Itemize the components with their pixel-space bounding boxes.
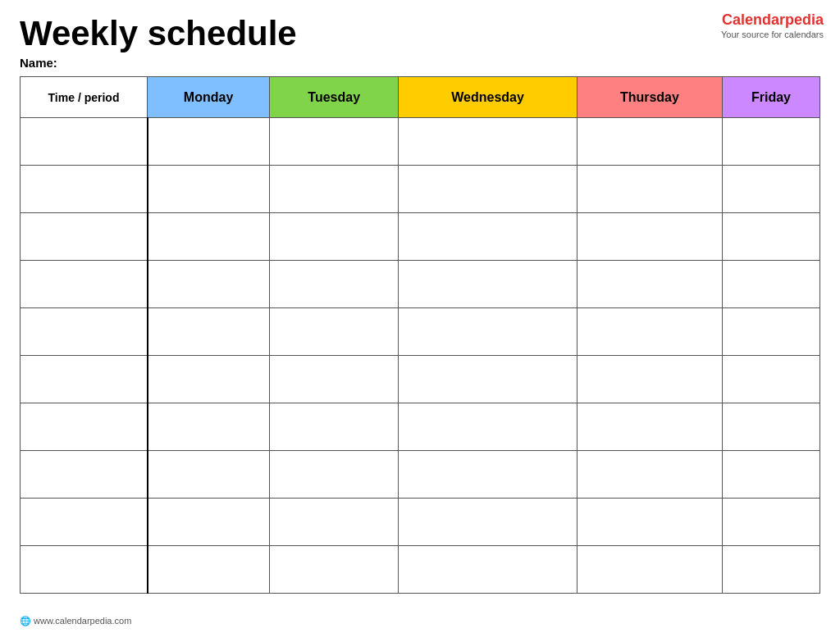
schedule-cell[interactable] bbox=[723, 308, 820, 356]
schedule-cell[interactable] bbox=[148, 356, 270, 403]
schedule-cell[interactable] bbox=[577, 403, 722, 451]
schedule-cell[interactable] bbox=[723, 356, 820, 403]
schedule-cell[interactable] bbox=[399, 499, 578, 546]
col-header-friday: Friday bbox=[723, 77, 820, 118]
schedule-cell[interactable] bbox=[723, 261, 820, 308]
schedule-cell[interactable] bbox=[399, 403, 578, 451]
schedule-cell[interactable] bbox=[148, 118, 270, 166]
time-cell[interactable] bbox=[21, 403, 148, 451]
schedule-cell[interactable] bbox=[270, 308, 399, 356]
time-cell[interactable] bbox=[21, 546, 148, 594]
schedule-cell[interactable] bbox=[270, 499, 399, 546]
footer-url: www.calendarpedia.com bbox=[34, 616, 131, 626]
col-header-time: Time / period bbox=[21, 77, 148, 118]
time-cell[interactable] bbox=[21, 118, 148, 166]
schedule-cell[interactable] bbox=[577, 261, 722, 308]
schedule-cell[interactable] bbox=[723, 166, 820, 213]
schedule-cell[interactable] bbox=[577, 308, 722, 356]
schedule-cell[interactable] bbox=[577, 451, 722, 499]
schedule-cell[interactable] bbox=[399, 546, 578, 594]
logo-area: Calendarpedia Your source for calendars bbox=[721, 11, 824, 39]
table-row bbox=[21, 499, 820, 546]
col-header-monday: Monday bbox=[148, 77, 270, 118]
schedule-cell[interactable] bbox=[723, 118, 820, 166]
schedule-cell[interactable] bbox=[148, 166, 270, 213]
time-cell[interactable] bbox=[21, 166, 148, 213]
schedule-cell[interactable] bbox=[270, 213, 399, 261]
time-cell[interactable] bbox=[21, 261, 148, 308]
time-cell[interactable] bbox=[21, 213, 148, 261]
page: Calendarpedia Your source for calendars … bbox=[0, 0, 840, 633]
schedule-cell[interactable] bbox=[723, 213, 820, 261]
schedule-cell[interactable] bbox=[270, 261, 399, 308]
table-row bbox=[21, 403, 820, 451]
logo-subtitle: Your source for calendars bbox=[721, 30, 824, 39]
schedule-cell[interactable] bbox=[577, 118, 722, 166]
schedule-cell[interactable] bbox=[148, 546, 270, 594]
schedule-cell[interactable] bbox=[270, 451, 399, 499]
name-label: Name: bbox=[20, 56, 820, 70]
schedule-cell[interactable] bbox=[577, 166, 722, 213]
schedule-cell[interactable] bbox=[723, 451, 820, 499]
logo-text: Calendarpedia bbox=[721, 11, 824, 30]
schedule-cell[interactable] bbox=[148, 213, 270, 261]
schedule-cell[interactable] bbox=[148, 403, 270, 451]
schedule-cell[interactable] bbox=[577, 213, 722, 261]
col-header-thursday: Thursday bbox=[577, 77, 722, 118]
table-header-row: Time / period Monday Tuesday Wednesday T… bbox=[21, 77, 820, 118]
header-section: Weekly schedule Name: bbox=[20, 15, 820, 70]
schedule-cell[interactable] bbox=[399, 166, 578, 213]
page-title: Weekly schedule bbox=[20, 15, 820, 52]
schedule-cell[interactable] bbox=[399, 118, 578, 166]
table-row bbox=[21, 308, 820, 356]
time-cell[interactable] bbox=[21, 308, 148, 356]
schedule-cell[interactable] bbox=[399, 213, 578, 261]
schedule-cell[interactable] bbox=[148, 451, 270, 499]
schedule-cell[interactable] bbox=[270, 166, 399, 213]
schedule-cell[interactable] bbox=[270, 546, 399, 594]
schedule-table: Time / period Monday Tuesday Wednesday T… bbox=[20, 76, 820, 594]
schedule-cell[interactable] bbox=[270, 356, 399, 403]
schedule-cell[interactable] bbox=[577, 356, 722, 403]
schedule-cell[interactable] bbox=[577, 499, 722, 546]
schedule-cell[interactable] bbox=[577, 546, 722, 594]
table-row bbox=[21, 451, 820, 499]
schedule-cell[interactable] bbox=[270, 403, 399, 451]
schedule-cell[interactable] bbox=[148, 499, 270, 546]
schedule-cell[interactable] bbox=[148, 308, 270, 356]
footer-icon: 🌐 bbox=[20, 616, 31, 626]
logo-brand-accent: pedia bbox=[785, 11, 824, 28]
schedule-cell[interactable] bbox=[399, 308, 578, 356]
table-row bbox=[21, 213, 820, 261]
time-cell[interactable] bbox=[21, 499, 148, 546]
logo-brand-main: Calendar bbox=[722, 11, 785, 28]
schedule-cell[interactable] bbox=[723, 403, 820, 451]
table-row bbox=[21, 261, 820, 308]
schedule-cell[interactable] bbox=[399, 261, 578, 308]
schedule-cell[interactable] bbox=[723, 546, 820, 594]
table-row bbox=[21, 546, 820, 594]
table-row bbox=[21, 166, 820, 213]
schedule-cell[interactable] bbox=[148, 261, 270, 308]
schedule-cell[interactable] bbox=[399, 451, 578, 499]
col-header-wednesday: Wednesday bbox=[399, 77, 578, 118]
table-row bbox=[21, 356, 820, 403]
time-cell[interactable] bbox=[21, 356, 148, 403]
schedule-cell[interactable] bbox=[399, 356, 578, 403]
schedule-cell[interactable] bbox=[270, 118, 399, 166]
time-cell[interactable] bbox=[21, 451, 148, 499]
schedule-cell[interactable] bbox=[723, 499, 820, 546]
footer-website: 🌐 www.calendarpedia.com bbox=[20, 616, 131, 626]
col-header-tuesday: Tuesday bbox=[270, 77, 399, 118]
table-row bbox=[21, 118, 820, 166]
